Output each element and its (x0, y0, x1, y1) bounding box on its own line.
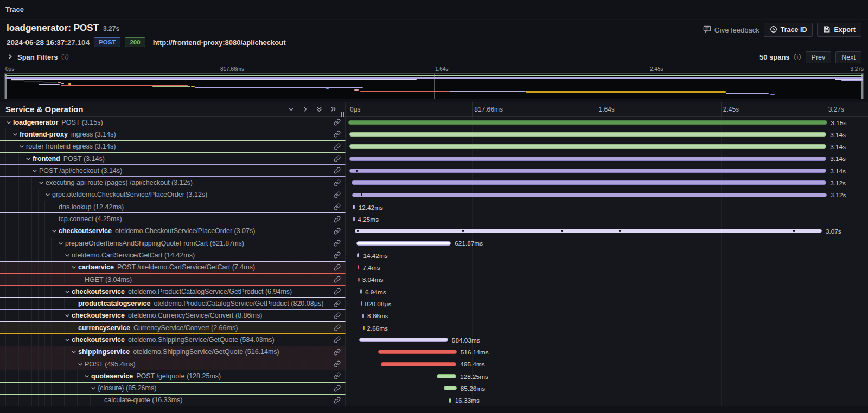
span-name-cell[interactable]: quoteservicePOST /getquote (128.25ms) (0, 370, 346, 382)
info-icon[interactable]: ⓘ (794, 53, 801, 62)
span-link-icon[interactable] (334, 372, 341, 379)
span-bar-cell[interactable]: 128.25ms (346, 370, 868, 382)
span-bar-cell[interactable]: 6.94ms (346, 286, 868, 298)
span-bar[interactable] (352, 180, 826, 185)
span-name-cell[interactable]: executing api route (pages) /api/checkou… (0, 177, 346, 189)
expand-chevron-icon[interactable] (44, 191, 52, 198)
span-row[interactable]: dns.lookup (12.42ms)12.42ms (0, 201, 868, 213)
span-bar-cell[interactable]: 2.66ms (346, 322, 868, 334)
span-link-icon[interactable] (334, 228, 341, 235)
span-link-icon[interactable] (334, 119, 341, 126)
span-row[interactable]: loadgeneratorPOST (3.15s)3.15s (0, 117, 868, 128)
span-name-cell[interactable]: calculate-quote (16.33ms) (0, 395, 346, 406)
span-bar[interactable] (353, 205, 354, 209)
expand-chevron-icon[interactable] (31, 167, 39, 174)
span-name-cell[interactable]: productcatalogserviceoteldemo.ProductCat… (0, 298, 346, 309)
span-bar-cell[interactable]: 495.4ms (346, 358, 868, 370)
span-row[interactable]: calculate-quote (16.33ms)16.33ms (0, 395, 868, 406)
span-name-cell[interactable]: frontendPOST (3.14s) (0, 153, 346, 165)
span-name-cell[interactable]: checkoutserviceoteldemo.CurrencyService/… (0, 310, 346, 322)
span-name-cell[interactable]: grpc.oteldemo.CheckoutService/PlaceOrder… (0, 189, 346, 201)
span-bar[interactable] (378, 350, 457, 354)
span-bar[interactable] (353, 217, 355, 221)
span-bar[interactable] (352, 193, 826, 197)
expand-chevron-icon[interactable] (5, 119, 13, 126)
span-bar-cell[interactable]: 3.07s (346, 225, 868, 237)
prev-button[interactable]: Prev (806, 51, 832, 63)
span-name-cell[interactable]: checkoutserviceoteldemo.CheckoutService/… (0, 225, 346, 237)
span-name-cell[interactable]: loadgeneratorPOST (3.15s) (0, 117, 346, 128)
span-bar[interactable] (358, 278, 360, 282)
expand-chevron-icon[interactable] (71, 349, 78, 355)
span-bar[interactable] (437, 374, 456, 378)
expand-chevron-icon[interactable] (25, 156, 33, 162)
span-name-cell[interactable]: tcp.connect (4.25ms) (0, 213, 346, 225)
span-bar[interactable] (360, 289, 362, 294)
span-bar-cell[interactable]: 7.4ms (346, 262, 868, 274)
span-bar-cell[interactable]: 85.26ms (346, 383, 868, 395)
span-name-cell[interactable]: checkoutserviceoteldemo.ShippingService/… (0, 334, 346, 346)
span-row[interactable]: {closure} (85.26ms)85.26ms (0, 383, 868, 395)
expand-chevron-icon[interactable] (38, 179, 46, 186)
span-bar[interactable] (349, 132, 826, 137)
span-row[interactable]: checkoutserviceoteldemo.CheckoutService/… (0, 225, 868, 237)
span-bar[interactable] (361, 301, 362, 306)
expand-chevron-icon[interactable] (84, 373, 91, 379)
span-bar-cell[interactable]: 4.25ms (346, 213, 868, 225)
expand-one-icon[interactable] (301, 105, 309, 114)
expand-chevron-icon[interactable] (71, 264, 78, 270)
span-link-icon[interactable] (334, 276, 341, 283)
span-link-icon[interactable] (334, 240, 341, 247)
span-bar-cell[interactable]: 14.42ms (346, 249, 868, 261)
span-bar-cell[interactable]: 3.15s (346, 117, 868, 128)
minimap-canvas[interactable] (4, 73, 864, 99)
span-bar[interactable] (381, 362, 456, 366)
span-bar-cell[interactable]: 820.08μs (346, 298, 868, 309)
expand-chevron-icon[interactable] (64, 288, 72, 295)
info-icon[interactable]: ⓘ (61, 53, 68, 62)
span-bar-cell[interactable]: 516.14ms (346, 346, 868, 358)
span-row[interactable]: quoteservicePOST /getquote (128.25ms)128… (0, 370, 868, 382)
span-row[interactable]: frontendPOST (3.14s)3.14s (0, 153, 868, 165)
expand-chevron-icon[interactable] (18, 143, 26, 150)
collapse-one-icon[interactable] (286, 105, 295, 114)
span-row[interactable]: checkoutserviceoteldemo.ProductCatalogSe… (0, 286, 868, 298)
expand-chevron-icon[interactable] (64, 337, 72, 343)
span-bar[interactable] (357, 253, 359, 257)
span-bar[interactable] (349, 144, 826, 149)
span-bar[interactable] (355, 229, 822, 233)
next-button[interactable]: Next (835, 51, 861, 63)
span-link-icon[interactable] (334, 312, 341, 319)
span-row[interactable]: checkoutserviceoteldemo.ShippingService/… (0, 334, 868, 346)
span-link-icon[interactable] (334, 397, 341, 404)
span-row[interactable]: checkoutserviceoteldemo.CurrencyService/… (0, 310, 868, 322)
span-link-icon[interactable] (334, 288, 341, 295)
expand-chevron-icon[interactable] (64, 312, 72, 319)
span-row[interactable]: executing api route (pages) /api/checkou… (0, 177, 868, 189)
span-name-cell[interactable]: oteldemo.CartService/GetCart (14.42ms) (0, 249, 346, 261)
span-bar[interactable] (444, 386, 457, 390)
span-row[interactable]: router frontend egress (3.14s)3.14s (0, 141, 868, 153)
span-bar-cell[interactable]: 12.42ms (346, 201, 868, 213)
expand-chevron-icon[interactable] (64, 252, 72, 259)
span-link-icon[interactable] (334, 385, 341, 392)
span-bar[interactable] (363, 326, 365, 330)
expand-chevron-icon[interactable] (12, 131, 20, 138)
span-link-icon[interactable] (334, 155, 341, 162)
expand-chevron-icon[interactable] (90, 385, 98, 391)
span-link-icon[interactable] (334, 300, 341, 307)
span-link-icon[interactable] (334, 203, 341, 210)
column-resize-grip[interactable] (341, 112, 344, 117)
span-bar[interactable] (349, 157, 826, 161)
span-link-icon[interactable] (334, 336, 341, 343)
span-bar-cell[interactable]: 8.86ms (346, 310, 868, 322)
span-filters-toggle[interactable]: Span Filters ⓘ (7, 53, 68, 62)
span-bar[interactable] (348, 120, 827, 125)
span-link-icon[interactable] (334, 131, 341, 138)
span-name-cell[interactable]: dns.lookup (12.42ms) (0, 201, 346, 213)
span-bar-cell[interactable]: 621.87ms (346, 237, 868, 249)
span-row[interactable]: POST (495.4ms)495.4ms (0, 358, 868, 370)
trace-minimap[interactable]: 0μs817.66ms1.64s2.45s3.27s (0, 66, 868, 100)
span-bar-cell[interactable]: 584.03ms (346, 334, 868, 346)
span-link-icon[interactable] (334, 360, 341, 367)
